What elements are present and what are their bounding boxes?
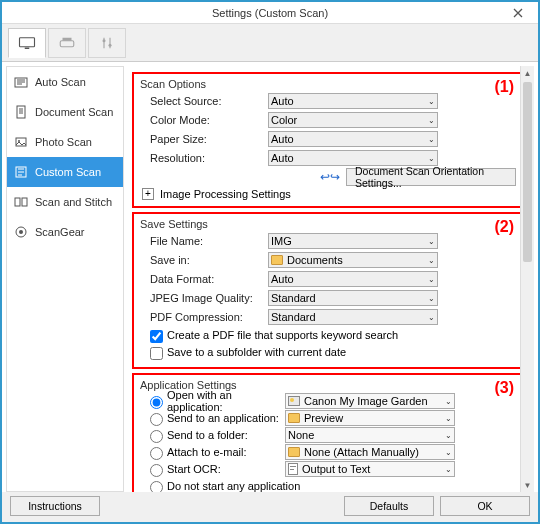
sidebar-item-scan-and-stitch[interactable]: Scan and Stitch	[7, 187, 123, 217]
top-tabstrip	[2, 24, 538, 62]
sidebar-item-document-scan[interactable]: Document Scan	[7, 97, 123, 127]
checkbox-subfolder-date[interactable]	[150, 347, 163, 360]
save-settings-title: Save Settings	[140, 218, 516, 230]
text-icon	[288, 463, 298, 475]
orientation-settings-button[interactable]: Document Scan Orientation Settings...	[346, 168, 516, 186]
svg-point-7	[109, 44, 112, 47]
chevron-down-icon: ⌄	[428, 256, 435, 265]
section-scan-options: (1) Scan Options Select Source: Auto⌄ Co…	[132, 72, 524, 208]
sidebar: Auto Scan Document Scan Photo Scan Custo…	[6, 66, 124, 492]
paper-size-dropdown[interactable]: Auto⌄	[268, 131, 438, 147]
close-button[interactable]	[498, 2, 538, 24]
pdf-compression-dropdown[interactable]: Standard⌄	[268, 309, 438, 325]
svg-rect-10	[16, 138, 26, 146]
chevron-down-icon: ⌄	[445, 431, 452, 440]
vertical-scrollbar[interactable]: ▲ ▼	[520, 66, 534, 492]
radio-do-not-start[interactable]	[150, 481, 163, 493]
chevron-down-icon: ⌄	[428, 116, 435, 125]
sidebar-item-custom-scan[interactable]: Custom Scan	[7, 157, 123, 187]
chevron-down-icon: ⌄	[428, 154, 435, 163]
chevron-down-icon: ⌄	[428, 275, 435, 284]
sidebar-item-label: Custom Scan	[35, 166, 101, 178]
scroll-up-arrow-icon[interactable]: ▲	[521, 66, 534, 80]
sidebar-item-label: Scan and Stitch	[35, 196, 112, 208]
file-name-field[interactable]: IMG⌄	[268, 233, 438, 249]
label-attach-email: Attach to e-mail:	[167, 446, 285, 458]
defaults-button[interactable]: Defaults	[344, 496, 434, 516]
save-in-dropdown[interactable]: Documents⌄	[268, 252, 438, 268]
footer: Instructions Defaults OK	[2, 492, 538, 520]
auto-scan-icon	[13, 74, 29, 90]
label-send-to-app: Send to an application:	[167, 412, 285, 424]
svg-rect-2	[60, 41, 74, 47]
folder-icon	[288, 447, 300, 457]
scan-options-title: Scan Options	[140, 78, 516, 90]
close-icon	[513, 8, 523, 18]
chevron-down-icon: ⌄	[428, 237, 435, 246]
instructions-button[interactable]: Instructions	[10, 496, 100, 516]
tab-general-settings[interactable]	[88, 28, 126, 58]
label-send-to-folder: Send to a folder:	[167, 429, 285, 441]
sidebar-item-scangear[interactable]: ScanGear	[7, 217, 123, 247]
stitch-icon	[13, 194, 29, 210]
refresh-icon[interactable]: ↩↪	[320, 170, 340, 184]
svg-rect-14	[22, 198, 27, 206]
image-processing-expander[interactable]: + Image Processing Settings	[140, 188, 516, 200]
label-resolution: Resolution:	[140, 152, 268, 164]
svg-rect-13	[15, 198, 20, 206]
title-bar: Settings (Custom Scan)	[2, 2, 538, 24]
svg-point-16	[19, 230, 23, 234]
checkbox-keyword-pdf[interactable]	[150, 330, 163, 343]
svg-rect-3	[63, 38, 72, 41]
svg-rect-0	[20, 38, 35, 47]
label-jpeg-quality: JPEG Image Quality:	[140, 292, 268, 304]
main-panel: (1) Scan Options Select Source: Auto⌄ Co…	[124, 66, 534, 492]
chevron-down-icon: ⌄	[445, 448, 452, 457]
send-to-folder-dropdown[interactable]: None⌄	[285, 427, 455, 443]
send-to-app-dropdown[interactable]: Preview⌄	[285, 410, 455, 426]
radio-attach-email[interactable]	[150, 447, 163, 460]
svg-rect-1	[25, 48, 30, 50]
attach-email-dropdown[interactable]: None (Attach Manually)⌄	[285, 444, 455, 460]
document-scan-icon	[13, 104, 29, 120]
photo-scan-icon	[13, 134, 29, 150]
data-format-dropdown[interactable]: Auto⌄	[268, 271, 438, 287]
open-with-app-dropdown[interactable]: Canon My Image Garden⌄	[285, 393, 455, 409]
sidebar-item-auto-scan[interactable]: Auto Scan	[7, 67, 123, 97]
select-source-dropdown[interactable]: Auto⌄	[268, 93, 438, 109]
marker-3: (3)	[494, 379, 514, 397]
radio-open-with-app[interactable]	[150, 396, 163, 409]
tab-scan-from-panel[interactable]	[48, 28, 86, 58]
marker-2: (2)	[494, 218, 514, 236]
sidebar-item-photo-scan[interactable]: Photo Scan	[7, 127, 123, 157]
jpeg-quality-dropdown[interactable]: Standard⌄	[268, 290, 438, 306]
label-start-ocr: Start OCR:	[167, 463, 285, 475]
radio-send-to-folder[interactable]	[150, 430, 163, 443]
chevron-down-icon: ⌄	[445, 397, 452, 406]
radio-start-ocr[interactable]	[150, 464, 163, 477]
window-title: Settings (Custom Scan)	[212, 7, 328, 19]
resolution-dropdown[interactable]: Auto⌄	[268, 150, 438, 166]
sidebar-item-label: Photo Scan	[35, 136, 92, 148]
sliders-icon	[98, 36, 116, 50]
chevron-down-icon: ⌄	[445, 414, 452, 423]
label-color-mode: Color Mode:	[140, 114, 268, 126]
chevron-down-icon: ⌄	[428, 294, 435, 303]
ok-button[interactable]: OK	[440, 496, 530, 516]
color-mode-dropdown[interactable]: Color⌄	[268, 112, 438, 128]
scrollbar-thumb[interactable]	[523, 82, 532, 262]
custom-scan-icon	[13, 164, 29, 180]
label-open-with-app: Open with an application:	[167, 389, 285, 413]
label-data-format: Data Format:	[140, 273, 268, 285]
tab-scan-from-computer[interactable]	[8, 28, 46, 58]
start-ocr-dropdown[interactable]: Output to Text⌄	[285, 461, 455, 477]
svg-rect-9	[17, 106, 25, 118]
label-file-name: File Name:	[140, 235, 268, 247]
app-icon	[288, 396, 300, 406]
radio-send-to-app[interactable]	[150, 413, 163, 426]
marker-1: (1)	[494, 78, 514, 96]
chevron-down-icon: ⌄	[428, 313, 435, 322]
scroll-down-arrow-icon[interactable]: ▼	[521, 478, 534, 492]
section-save-settings: (2) Save Settings File Name: IMG⌄ Save i…	[132, 212, 524, 369]
scanner-icon	[58, 36, 76, 50]
